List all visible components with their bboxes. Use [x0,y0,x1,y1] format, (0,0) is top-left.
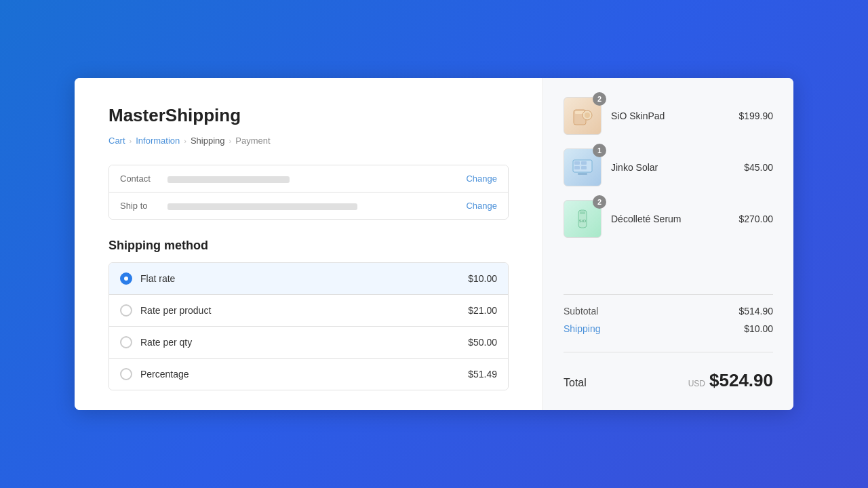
shipping-option-percentage[interactable]: Percentage $51.49 [109,359,508,390]
checkout-container: MasterShipping Cart › Information › Ship… [75,78,793,410]
total-divider [564,352,773,352]
item-details-2: Jinko Solar [611,162,734,173]
chevron-icon-2: › [184,137,186,145]
breadcrumb-shipping: Shipping [191,136,225,146]
item-image-wrapper-3: SiO 2 [564,200,601,238]
shipping-option-rate-per-qty[interactable]: Rate per qty $50.00 [109,327,508,359]
shipping-label: Shipping [564,323,601,334]
rate-per-qty-label: Rate per qty [140,337,468,348]
ship-to-change-link[interactable]: Change [466,201,497,211]
flat-rate-label: Flat rate [140,273,468,284]
percentage-label: Percentage [140,369,468,380]
svg-rect-5 [574,161,580,165]
svg-rect-7 [574,166,580,169]
contact-change-link[interactable]: Change [466,174,497,184]
item-image-wrapper-2: 1 [564,148,601,186]
info-box: Contact Change Ship to Change [108,165,509,220]
contact-label: Contact [120,174,167,184]
rate-per-qty-price: $50.00 [468,337,497,348]
shipping-value: $10.00 [744,323,773,334]
list-item: SiO 2 Décolleté Serum $270.00 [564,200,773,238]
breadcrumb-information[interactable]: Information [136,136,180,146]
item-price-1: $199.90 [738,110,773,121]
ship-to-row: Ship to Change [109,192,508,219]
percentage-price: $51.49 [468,369,497,380]
svg-rect-6 [581,161,587,165]
chevron-icon-3: › [229,137,232,145]
item-image-wrapper-1: 2 [564,97,601,135]
order-divider [564,294,773,295]
radio-percentage[interactable] [120,368,132,380]
item-name-3: Décolleté Serum [611,214,729,224]
serum-illustration: SiO [571,207,594,230]
breadcrumb-payment: Payment [235,136,270,146]
radio-flat-rate[interactable] [120,272,132,285]
left-panel: MasterShipping Cart › Information › Ship… [75,78,542,410]
item-price-3: $270.00 [738,214,773,224]
rate-per-product-label: Rate per product [140,305,468,316]
svg-rect-11 [580,211,585,214]
shipping-method-title: Shipping method [108,239,509,253]
item-badge-1: 2 [593,92,606,106]
shipping-option-rate-per-product[interactable]: Rate per product $21.00 [109,295,508,327]
breadcrumb: Cart › Information › Shipping › Payment [108,136,509,146]
ship-to-blur [167,203,357,210]
svg-rect-8 [581,166,587,169]
list-item: 1 Jinko Solar $45.00 [564,148,773,186]
subtotal-row: Subtotal $514.90 [564,306,773,317]
svg-point-3 [585,113,590,118]
right-panel: 2 SiO SkinPad $199.90 [542,78,793,410]
svg-rect-9 [578,173,587,175]
total-label: Total [564,377,587,389]
chevron-icon-1: › [130,137,132,145]
rate-per-product-price: $21.00 [468,305,497,316]
total-value-wrapper: USD $524.90 [688,370,773,391]
shipping-options: Flat rate $10.00 Rate per product $21.00… [108,262,509,390]
jinko-illustration [571,156,594,179]
shipping-option-flat-rate[interactable]: Flat rate $10.00 [109,263,508,295]
total-amount: $524.90 [709,370,773,391]
total-row: Total USD $524.90 [564,370,773,391]
total-currency: USD [688,379,705,388]
radio-rate-per-qty[interactable] [120,336,132,348]
radio-rate-per-product[interactable] [120,304,132,317]
item-name-1: SiO SkinPad [611,110,729,121]
subtotal-value: $514.90 [738,306,773,317]
item-badge-2: 1 [593,144,606,157]
contact-value [167,174,466,184]
contact-blur [167,176,290,183]
item-badge-3: 2 [593,195,606,209]
flat-rate-price: $10.00 [468,273,497,284]
shipping-row: Shipping $10.00 [564,323,773,334]
item-details-3: Décolleté Serum [611,214,729,224]
store-name: MasterShipping [108,105,509,126]
item-name-2: Jinko Solar [611,162,734,173]
ship-to-label: Ship to [120,201,167,211]
svg-text:SiO: SiO [579,219,587,223]
item-price-2: $45.00 [744,162,773,173]
ship-to-value [167,201,466,211]
order-items: 2 SiO SkinPad $199.90 [564,97,773,283]
breadcrumb-cart[interactable]: Cart [108,136,125,146]
list-item: 2 SiO SkinPad $199.90 [564,97,773,135]
item-details-1: SiO SkinPad [611,110,729,121]
contact-row: Contact Change [109,165,508,192]
skinpad-illustration [571,104,594,127]
subtotal-label: Subtotal [564,306,598,317]
